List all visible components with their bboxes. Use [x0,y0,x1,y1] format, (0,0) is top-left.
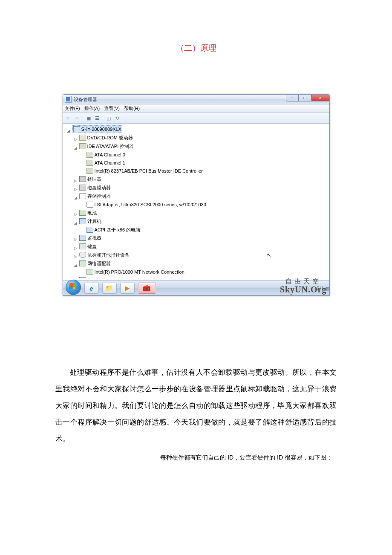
start-button[interactable] [66,280,81,295]
tree-label: Intel(R) 82371AB/EB PCI Bus Master IDE C… [95,168,203,174]
article-caption: 每种硬件都有它们自己的 ID，要查看硬件的 ID 很容易，如下图： [55,454,337,462]
tree-node-ide[interactable]: IDE ATA/ATAPI 控制器 [78,143,135,150]
nav-forward-button[interactable]: ⇨ [73,114,81,122]
tree-label: LSI Adapter, Ultra320 SCSI 2000 series, … [95,201,206,208]
monitor-icon [79,235,86,241]
tree-node-acpi-x86[interactable]: ACPI 基于 x86 的电脑 [86,226,141,233]
tree-node-dvd[interactable]: DVD/CD-ROM 驱动器 [78,134,134,141]
maximize-button[interactable]: □ [299,94,311,101]
tree-node-mouse[interactable]: 鼠标和其他指针设备 [78,251,130,258]
cpu-icon [79,176,86,182]
tree-node-lsi-adapter[interactable]: LSI Adapter, Ultra320 SCSI 2000 series, … [86,201,207,208]
show-hidden-button[interactable]: ▦ [85,114,92,122]
window-titlebar[interactable]: 设备管理器 − □ × [63,95,329,104]
tree-node-ata0[interactable]: ATA Channel 0 [86,151,126,158]
tree-node-monitor[interactable]: 监视器 [78,234,102,241]
expand-toggle[interactable]: ◢ [74,194,78,201]
tree-node-intel-nic[interactable]: Intel(R) PRO/1000 MT Network Connection [86,269,185,275]
toolbar-separator [103,115,103,121]
tree-label: 鼠标和其他指针设备 [87,251,130,258]
mouse-cursor-icon: ↖ [266,251,272,259]
tree-label: Intel(R) PRO/1000 MT Network Connection [95,269,184,275]
nav-back-button[interactable]: ⇦ [65,114,72,122]
tree-node-diskdrive[interactable]: 磁盘驱动器 [78,184,112,191]
expand-toggle[interactable]: ▷ [74,136,78,143]
computer-icon [73,126,80,132]
storage-icon [79,193,86,199]
window-title: 设备管理器 [74,96,97,103]
menu-bar: 文件(F) 操作(A) 查看(V) 帮助(H) [63,104,329,113]
tree-node-keyboard[interactable]: 键盘 [78,243,98,250]
menu-help[interactable]: 帮助(H) [124,105,140,112]
expand-toggle[interactable]: ▷ [74,211,78,218]
taskbar-ie-button[interactable]: e [84,283,99,294]
dvd-icon [79,135,86,141]
storage-icon [86,202,93,208]
expand-toggle[interactable]: ▷ [74,177,78,184]
taskbar-mediaplayer-button[interactable]: ▶ [120,283,135,294]
expand-toggle[interactable]: ▷ [74,253,78,260]
article-paragraph: 处理驱动程序不是什么难事，估计没有人不会卸载驱动与更改驱动。所以，在本文里我绝对… [55,364,337,447]
controller-icon [86,160,93,166]
toolbar: ⇦ ⇨ ▦ ☰ ◫ ⟲ [63,113,329,124]
tree-label: ATA Channel 0 [95,151,125,158]
tray-network-icon[interactable]: ▥ [326,286,329,291]
battery-icon [79,210,86,216]
tree-label: DVD/CD-ROM 驱动器 [87,134,133,141]
taskbar-active-app-button[interactable]: 🧰 [138,283,156,294]
tree-node-storage[interactable]: 存储控制器 [78,193,112,199]
taskbar-explorer-button[interactable]: 📁 [102,283,117,294]
article-body: 处理驱动程序不是什么难事，估计没有人不会卸载驱动与更改驱动。所以，在本文里我绝对… [55,364,337,447]
close-button[interactable]: × [311,94,329,101]
scan-hardware-button[interactable]: ◫ [105,114,112,122]
tree-root-computer[interactable]: SKY-20090809XLX [72,125,122,133]
minimize-button[interactable]: − [286,94,299,101]
controller-icon [79,143,86,149]
computer-category-icon [86,227,93,233]
tree-label: 计算机 [87,218,101,225]
system-tray[interactable]: CH ▥ [317,286,329,291]
menu-file[interactable]: 文件(F) [65,105,80,112]
app-icon [65,96,72,103]
tree-label: IDE ATA/ATAPI 控制器 [87,143,134,150]
mouse-icon [79,252,86,258]
tree-node-network[interactable]: 网络适配器 [78,260,112,267]
menu-action[interactable]: 操作(A) [84,105,100,112]
tree-node-cpu[interactable]: 处理器 [78,176,102,182]
controller-icon [86,168,93,174]
properties-button[interactable]: ☰ [93,114,101,122]
network-icon [79,260,86,266]
expand-toggle[interactable]: ◢ [74,262,78,269]
taskbar: e 📁 ▶ 🧰 CH ▥ [63,280,329,295]
expand-toggle[interactable]: ◢ [74,145,78,151]
keyboard-icon [79,243,86,249]
tray-language-indicator[interactable]: CH [317,286,323,291]
expand-toggle[interactable]: ▷ [74,186,78,193]
tree-label: 键盘 [87,243,97,250]
menu-view[interactable]: 查看(V) [104,105,120,112]
device-manager-screenshot: 设备管理器 − □ × 文件(F) 操作(A) 查看(V) 帮助(H) ⇦ ⇨ … [63,94,330,296]
expand-toggle[interactable]: ▷ [74,245,78,251]
taskbar-region: e 📁 ▶ 🧰 CH ▥ 自由天空 SkyUN.Org [63,278,329,295]
expand-toggle[interactable]: ▷ [74,236,78,243]
tree-label: 处理器 [87,176,101,182]
tree-root-label: SKY-20090809XLX [81,126,121,133]
section-heading: （二）原理 [55,43,337,54]
tree-label: 监视器 [87,234,101,241]
tree-label: 存储控制器 [87,193,111,199]
tree-node-ata1[interactable]: ATA Channel 1 [86,159,126,166]
computer-category-icon [79,218,86,224]
device-tree-pane: ◢ SKY-20090809XLX ▷DVD/CD-ROM 驱动器 ◢IDE A… [63,124,329,278]
expand-toggle[interactable]: ◢ [74,220,78,226]
tree-label: 磁盘驱动器 [87,184,111,191]
tree-node-ide-controller[interactable]: Intel(R) 82371AB/EB PCI Bus Master IDE C… [86,168,204,174]
tree-label: 电池 [87,209,97,216]
expand-toggle[interactable]: ◢ [66,127,71,134]
toolbar-separator [83,115,83,121]
refresh-button[interactable]: ⟲ [113,114,121,122]
controller-icon [86,152,93,158]
tree-node-computer-cat[interactable]: 计算机 [78,218,102,225]
tree-node-battery[interactable]: 电池 [78,209,98,216]
network-icon [86,269,93,275]
tree-label: ACPI 基于 x86 的电脑 [95,226,141,233]
